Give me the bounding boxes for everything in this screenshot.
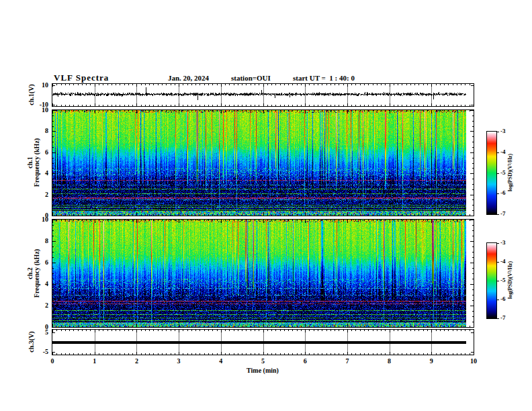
- colorbar-ch2-axis-label: log(PSD)(V²/Hz): [508, 261, 513, 299]
- ch3-wave-y-tick-label: 5: [27, 328, 48, 336]
- ch2-spectrogram-canvas: [52, 219, 474, 328]
- colorbar-tick-label: -4: [500, 148, 506, 156]
- spec1-y-tick-label: 4: [27, 169, 48, 177]
- colorbar-tick: [496, 262, 499, 263]
- x-tick-label: 4: [219, 357, 222, 365]
- x-tick-label: 5: [261, 357, 265, 365]
- start-ut-label: start UT = 1 : 40: 0: [293, 74, 355, 82]
- x-tick-label: 2: [135, 357, 138, 365]
- colorbar-tick-label: -5: [500, 169, 506, 177]
- spec1-y-tick-label: 6: [27, 148, 48, 156]
- ch1-frequency-axis-label: ch.1 Frequency (kHz): [27, 138, 40, 187]
- colorbar-tick: [496, 318, 499, 319]
- colorbar-tick: [496, 300, 499, 300]
- x-tick-label: 8: [388, 357, 391, 365]
- ch1-waveform-canvas: [52, 83, 474, 107]
- time-axis-label: Time (min): [247, 367, 279, 374]
- spec1-y-tick-label: 8: [27, 127, 48, 134]
- x-tick-label: 7: [345, 357, 349, 365]
- x-tick-label: 0: [51, 357, 54, 365]
- spec2-y-tick-label: 2: [27, 302, 48, 309]
- colorbar-tick: [496, 173, 499, 174]
- x-tick-label: 10: [470, 357, 477, 365]
- colorbar-tick: [496, 132, 499, 132]
- colorbar-tick-label: -3: [500, 128, 506, 135]
- spec1-y-tick-label: 2: [27, 191, 48, 198]
- colorbar-tick-label: -7: [500, 210, 506, 218]
- vlf-spectra-figure: VLF Spectra Jan. 20, 2024 station=OUI st…: [0, 0, 532, 411]
- colorbar-tick: [496, 281, 499, 281]
- colorbar-tick: [496, 214, 499, 215]
- colorbar-ch1-axis-label: log(PSD)(V²/Hz): [508, 154, 513, 191]
- colorbar-tick-label: -6: [500, 295, 506, 303]
- colorbar-tick-label: -4: [500, 258, 506, 265]
- colorbar-ch2: [486, 242, 497, 319]
- colorbar-tick-label: -7: [500, 314, 506, 322]
- colorbar-tick: [496, 193, 499, 194]
- ch1-spectrogram-canvas: [52, 109, 474, 216]
- ch3-waveform-canvas: [52, 329, 474, 355]
- colorbar-tick-label: -5: [500, 277, 506, 284]
- ch2-frequency-axis-label-line2: Frequency (kHz): [33, 249, 40, 298]
- x-tick-label: 9: [430, 357, 433, 365]
- colorbar-tick-label: -3: [500, 239, 506, 246]
- x-tick-label: 1: [93, 357, 96, 365]
- spec2-y-tick-label: 4: [27, 280, 48, 287]
- x-tick-label: 6: [304, 357, 307, 365]
- spec2-y-tick-label: 6: [27, 259, 48, 266]
- ch3-wave-y-tick-label: -5: [27, 348, 48, 355]
- figure-title: VLF Spectra: [54, 73, 109, 83]
- spec2-y-tick-label: 8: [27, 237, 48, 244]
- date-label: Jan. 20, 2024: [168, 74, 209, 82]
- x-tick-label: 3: [177, 357, 181, 365]
- station-label: station=OUI: [231, 74, 271, 82]
- ch1-wave-y-tick-label: -10: [27, 101, 48, 108]
- colorbar-tick: [496, 152, 499, 153]
- ch1-wave-y-tick-label: 10: [27, 81, 48, 89]
- colorbar-ch1: [486, 131, 497, 215]
- colorbar-tick-label: -6: [500, 189, 506, 197]
- colorbar-tick: [496, 243, 499, 244]
- spec2-y-tick-label: 10: [27, 216, 48, 223]
- ch2-frequency-axis-label: ch.2 Frequency (kHz): [27, 249, 40, 298]
- ch1-frequency-axis-label-line2: Frequency (kHz): [33, 138, 40, 187]
